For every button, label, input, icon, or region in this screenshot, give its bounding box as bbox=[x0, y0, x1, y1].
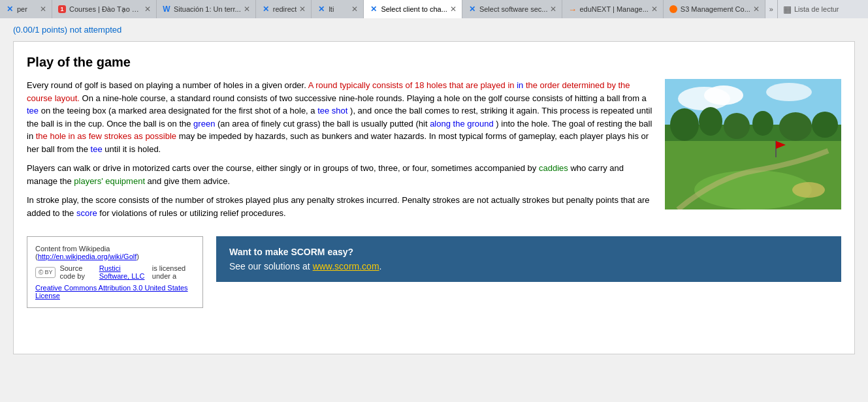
tab-select-client[interactable]: ✕ Select client to cha... ✕ bbox=[364, 0, 462, 18]
tab-redirect-favicon: ✕ bbox=[261, 5, 270, 14]
highlight-red-1: A round typically consists of 18 holes t… bbox=[27, 80, 630, 103]
tab-edunext-close[interactable]: ✕ bbox=[651, 5, 658, 14]
article-text: Every round of golf is based on playing … bbox=[27, 79, 654, 226]
scorm-line2-prefix: See our solutions at bbox=[229, 261, 313, 271]
tab-list-label: Lista de lectur bbox=[794, 5, 839, 13]
article-title: Play of the game bbox=[27, 55, 841, 70]
tab-list-button[interactable]: ▦ Lista de lectur bbox=[777, 0, 844, 18]
content-card: Play of the game Every round of golf is … bbox=[13, 41, 855, 354]
link-tee2[interactable]: tee bbox=[91, 144, 103, 154]
tab-edunext[interactable]: → eduNEXT | Manage... ✕ bbox=[562, 0, 663, 18]
license-text: Creative Commons Attribution 3.0 United … bbox=[35, 284, 195, 300]
link-green[interactable]: green bbox=[193, 119, 215, 129]
golf-image-svg bbox=[665, 79, 841, 209]
article-paragraph-1: Every round of golf is based on playing … bbox=[27, 79, 654, 155]
tab-select-software-title: Select software sec... bbox=[479, 5, 548, 13]
tab-bar: ✕ per ✕ 1 Courses | Đào Tạo –... ✕ W Sit… bbox=[0, 0, 868, 18]
wikipedia-link[interactable]: http://en.wikipedia.org/wiki/Golf bbox=[38, 253, 137, 260]
tab-lti-title: lti bbox=[329, 5, 349, 13]
tab-select-client-favicon: ✕ bbox=[369, 5, 378, 14]
link-tee[interactable]: tee bbox=[27, 106, 39, 116]
tab-lti-favicon: ✕ bbox=[317, 5, 326, 14]
svg-point-9 bbox=[779, 112, 812, 141]
svg-point-3 bbox=[766, 83, 812, 101]
tab-situacion[interactable]: W Situación 1: Un terr... ✕ bbox=[157, 0, 256, 18]
scorm-link[interactable]: www.scorm.com bbox=[313, 261, 379, 271]
tab-select-software[interactable]: ✕ Select software sec... ✕ bbox=[462, 0, 563, 18]
tab-situacion-title: Situación 1: Un terr... bbox=[174, 5, 241, 13]
tab-courses-close[interactable]: ✕ bbox=[144, 5, 151, 14]
wikipedia-box: Content from Wikipedia (http://en.wikipe… bbox=[27, 236, 203, 308]
tab-redirect-title: redirect bbox=[273, 5, 297, 13]
tab-overflow-button[interactable]: » bbox=[765, 0, 777, 18]
svg-point-10 bbox=[812, 112, 838, 138]
tab-select-client-close[interactable]: ✕ bbox=[450, 5, 457, 14]
tab-per-title: per bbox=[17, 5, 37, 13]
link-in[interactable]: in bbox=[517, 80, 523, 90]
tab-select-client-title: Select client to cha... bbox=[381, 5, 447, 13]
tab-redirect[interactable]: ✕ redirect ✕ bbox=[256, 0, 312, 18]
svg-point-7 bbox=[724, 113, 750, 139]
tab-edunext-title: eduNEXT | Manage... bbox=[579, 5, 648, 13]
tab-s3[interactable]: S3 Management Co... ✕ bbox=[664, 0, 765, 18]
tab-list-icon: ▦ bbox=[783, 4, 792, 14]
link-caddies[interactable]: caddies bbox=[539, 163, 568, 173]
tab-redirect-close[interactable]: ✕ bbox=[299, 5, 306, 14]
svg-point-5 bbox=[670, 108, 699, 141]
svg-point-15 bbox=[792, 182, 825, 198]
tab-edunext-favicon: → bbox=[568, 5, 577, 14]
tab-overflow-icon: » bbox=[769, 5, 773, 13]
link-tee-shot[interactable]: tee shot bbox=[317, 106, 347, 116]
article-body: Every round of golf is based on playing … bbox=[27, 79, 841, 226]
score-line: (0.00/1 points) not attempted bbox=[0, 25, 868, 41]
scorm-line2-suffix: . bbox=[379, 261, 382, 271]
article-paragraph-2: Players can walk or drive in motorized c… bbox=[27, 162, 654, 187]
tab-courses-title: Courses | Đào Tạo –... bbox=[69, 5, 142, 14]
wikipedia-content-text: Content from Wikipedia (http://en.wikipe… bbox=[35, 245, 195, 260]
cc-badge: © BY Source code by Rustici Software, LL… bbox=[35, 264, 195, 280]
bottom-section: Content from Wikipedia (http://en.wikipe… bbox=[27, 236, 841, 308]
highlight-red-2: the hole in as few strokes as possible bbox=[36, 131, 176, 141]
tab-select-software-close[interactable]: ✕ bbox=[550, 5, 556, 14]
svg-point-6 bbox=[699, 107, 722, 136]
golf-course-image bbox=[665, 79, 841, 209]
scorm-box: Want to make SCORM easy? See our solutio… bbox=[216, 236, 841, 282]
tab-s3-close[interactable]: ✕ bbox=[753, 5, 760, 14]
tab-situacion-favicon: W bbox=[162, 5, 171, 14]
source-link[interactable]: Rustici Software, LLC bbox=[99, 264, 148, 280]
license-link[interactable]: Creative Commons Attribution 3.0 United … bbox=[35, 284, 188, 300]
link-along[interactable]: along the ground bbox=[430, 119, 494, 129]
scorm-line1: Want to make SCORM easy? bbox=[229, 247, 828, 257]
tab-lti-close[interactable]: ✕ bbox=[351, 5, 358, 14]
tab-situacion-close[interactable]: ✕ bbox=[244, 5, 250, 14]
link-score[interactable]: score bbox=[76, 208, 97, 218]
tab-courses-favicon: 1 bbox=[57, 5, 67, 14]
source-text: Source code by bbox=[59, 264, 95, 280]
article-paragraph-3: In stroke play, the score consists of th… bbox=[27, 194, 654, 219]
tab-per-favicon: ✕ bbox=[5, 5, 14, 14]
tab-select-software-favicon: ✕ bbox=[468, 5, 477, 14]
page-area: (0.00/1 points) not attempted Play of th… bbox=[0, 18, 868, 402]
tab-per-close[interactable]: ✕ bbox=[40, 5, 46, 14]
cc-icon: © BY bbox=[35, 267, 56, 278]
scorm-line2: See our solutions at www.scorm.com. bbox=[229, 261, 828, 271]
svg-point-2 bbox=[704, 85, 743, 105]
tab-lti[interactable]: ✕ lti ✕ bbox=[312, 0, 364, 18]
link-players-equipment[interactable]: players' equipment bbox=[74, 176, 145, 186]
tab-s3-title: S3 Management Co... bbox=[681, 5, 750, 13]
tab-per[interactable]: ✕ per ✕ bbox=[0, 0, 52, 18]
tab-courses[interactable]: 1 Courses | Đào Tạo –... ✕ bbox=[52, 0, 157, 18]
tab-s3-favicon bbox=[669, 5, 678, 14]
svg-point-8 bbox=[752, 111, 773, 136]
